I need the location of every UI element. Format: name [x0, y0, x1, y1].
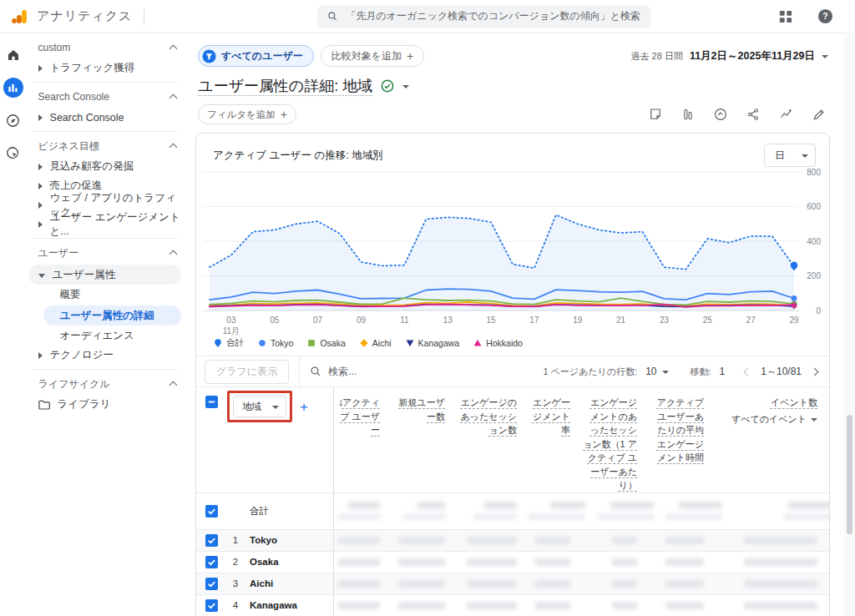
sidebar-item[interactable]: トラフィック獲得 [27, 58, 185, 78]
data-quality-check-icon[interactable] [381, 79, 394, 93]
date-range-picker[interactable]: 過去 28 日間 11月2日～2025年11月29日 [631, 49, 828, 63]
checked-checkbox[interactable] [205, 578, 218, 590]
metric-header-5[interactable]: アクティブ ユーザーあたりの平均エンゲージメント時間 [649, 396, 716, 465]
edit-pencil-icon[interactable] [812, 107, 827, 122]
metric-header-3[interactable]: エンゲージメント率 [529, 396, 582, 437]
goto-page-value[interactable]: 1 [720, 366, 726, 377]
nav-section-2[interactable]: ビジネス目標 [27, 135, 185, 157]
rows-per-page-value[interactable]: 10 [645, 366, 656, 377]
nav-section-1[interactable]: Search Console [27, 86, 185, 108]
nav-section-0[interactable]: custom [27, 37, 185, 58]
legend-marker-triangle-up-icon [473, 338, 483, 348]
metric-header-0[interactable]: ↓アクティブ ユーザー [333, 396, 392, 437]
checked-checkbox[interactable] [205, 556, 218, 568]
advertising-icon[interactable] [3, 143, 23, 163]
redacted-bar [612, 537, 637, 544]
redacted-bar [665, 580, 704, 588]
all-users-chip[interactable]: すべてのユーザー [198, 45, 314, 67]
metric-header-sublabel[interactable]: すべてのイベント [731, 413, 817, 426]
show-in-chart-button[interactable]: グラフに表示 [205, 360, 289, 384]
add-column-icon[interactable]: + [300, 399, 308, 416]
legend-item-Tokyo[interactable]: Tokyo [257, 338, 293, 348]
reports-icon[interactable] [3, 78, 23, 98]
total-metric-cell-1 [392, 502, 457, 520]
apps-grid-icon[interactable] [779, 10, 792, 23]
add-comparison-label: 比較対象を追加 [331, 49, 402, 63]
metric-cell-0 [333, 602, 392, 609]
share-icon[interactable] [746, 107, 761, 122]
redacted-bar [338, 513, 380, 520]
previous-page-icon[interactable] [744, 367, 752, 376]
chevron-down-icon[interactable] [662, 371, 669, 374]
table-search-input[interactable]: 検索... [310, 365, 357, 379]
legend-item-Kanagawa[interactable]: Kanagawa [405, 338, 460, 348]
redacted-bar [398, 580, 445, 588]
metric-header-label: エンゲージのあったセッション数 [457, 396, 517, 437]
sidebar-item-label: テクノロジー [50, 348, 114, 362]
sidebar-item[interactable]: ユーザー エンゲージメントと... [27, 215, 185, 234]
add-comparison-chip[interactable]: 比較対象を追加 + [321, 45, 424, 67]
sidebar-subitem[interactable]: オーディエンス [27, 326, 185, 346]
sidebar-subitem[interactable]: ユーザー属性の詳細 [43, 305, 181, 326]
legend-item-Aichi[interactable]: Aichi [359, 338, 392, 348]
comparison-icon[interactable] [680, 107, 696, 122]
home-icon[interactable] [3, 45, 23, 65]
legend-item-Hokkaido[interactable]: Hokkaido [473, 338, 523, 348]
metric-header-1[interactable]: 新規ユーザー数 [392, 396, 457, 423]
speed-insights-icon[interactable] [713, 107, 728, 122]
next-page-icon[interactable] [811, 367, 819, 376]
row-rank: 4 [226, 600, 245, 610]
metric-header-4[interactable]: エンゲージメントのあったセッション数（1 アクティブ ユーザーあたり） [582, 396, 649, 492]
sidebar-item[interactable]: Search Console [27, 108, 185, 127]
svg-text:25: 25 [703, 316, 713, 325]
redacted-bar [665, 602, 704, 609]
redacted-bar [467, 580, 517, 588]
checked-checkbox[interactable] [205, 505, 218, 518]
help-icon[interactable]: ? [817, 8, 833, 24]
page-scrollbar-thumb[interactable] [847, 415, 852, 534]
granularity-select[interactable]: 日 [764, 144, 816, 167]
redacted-bar [338, 558, 380, 566]
indeterminate-checkbox[interactable] [205, 396, 218, 408]
svg-text:13: 13 [443, 316, 453, 325]
dimension-select[interactable]: 地域 [233, 396, 286, 417]
metric-header-2[interactable]: エンゲージのあったセッション数 [457, 396, 529, 437]
explore-icon[interactable] [3, 110, 23, 130]
add-filter-chip[interactable]: フィルタを追加 + [198, 104, 296, 124]
redacted-bar [398, 537, 445, 544]
svg-text:23: 23 [660, 316, 670, 325]
sidebar-item[interactable]: テクノロジー [27, 346, 185, 365]
nav-section-3[interactable]: ユーザー [27, 242, 185, 264]
metric-header-6[interactable]: イベント数すべてのイベント [716, 396, 829, 426]
metric-cell-3 [529, 537, 582, 544]
expand-arrow-icon [38, 114, 43, 121]
metric-cell-3 [529, 558, 582, 566]
insights-sparkline-icon[interactable] [778, 107, 794, 122]
svg-text:800: 800 [807, 169, 821, 177]
note-icon[interactable] [648, 107, 663, 122]
title-menu-caret-icon[interactable] [402, 85, 409, 88]
legend-marker-square-icon [306, 338, 316, 348]
legend-item-Osaka[interactable]: Osaka [306, 338, 345, 348]
redacted-bar [398, 558, 445, 566]
sidebar-item[interactable]: ライブラリ [27, 395, 185, 414]
row-checkbox-cell [196, 578, 226, 590]
checked-checkbox[interactable] [205, 599, 218, 612]
sidebar-item-label: ライブラリ [58, 397, 111, 412]
checked-checkbox[interactable] [205, 534, 218, 547]
redacted-bar [348, 502, 380, 509]
svg-text:200: 200 [807, 271, 821, 280]
legend-item-合計[interactable]: 合計 [213, 337, 244, 349]
metric-cell-2 [457, 602, 529, 609]
icon-rail [0, 33, 27, 616]
nav-section-4[interactable]: ライフサイクル [27, 373, 185, 395]
sidebar-item[interactable]: 見込み顧客の発掘 [27, 157, 185, 176]
sidebar-subitem[interactable]: 概要 [27, 285, 185, 305]
metric-cell-5 [649, 537, 716, 544]
sidebar-item[interactable]: ユーザー属性 [28, 265, 181, 285]
chart-title: アクティブ ユーザー の推移: 地域別 [213, 144, 383, 163]
search-input[interactable]: 「先月のオーガニック検索でのコンバージョン数の傾向」と検索してみてく... [317, 5, 651, 28]
row-rank: 1 [226, 535, 245, 545]
redacted-bar [612, 558, 637, 566]
redacted-bar [483, 502, 517, 509]
